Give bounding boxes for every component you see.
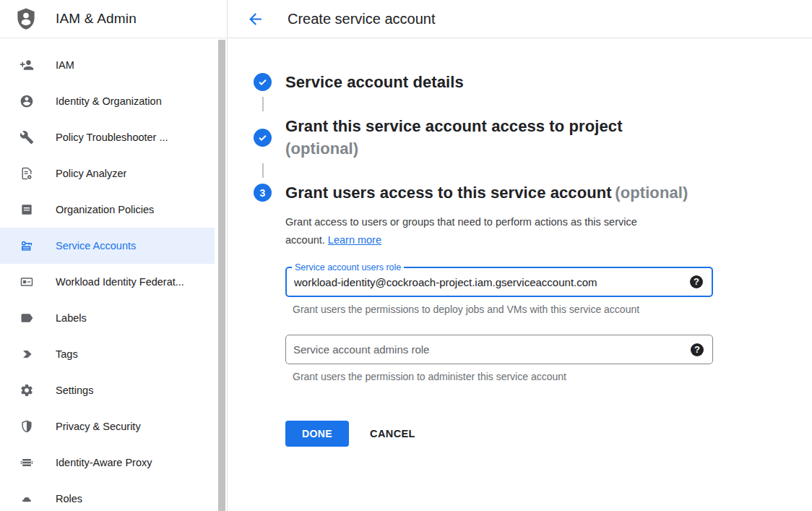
step-3-optional-label: (optional) [615, 184, 688, 202]
learn-more-link[interactable]: Learn more [328, 234, 381, 246]
step-2-check-icon [254, 129, 272, 147]
sidebar-item-policy-troubleshooter[interactable]: Policy Troubleshooter ... [0, 119, 215, 155]
admins-role-helper-text: Grant users the permission to administer… [293, 371, 713, 382]
sidebar-item-identity-organization[interactable]: Identity & Organization [0, 83, 215, 119]
step-connector [262, 97, 264, 111]
main-panel: Create service account Service account d… [228, 0, 812, 511]
users-role-field-box: Service account users role ? [285, 267, 713, 297]
step-3-header[interactable]: 3 Grant users access to this service acc… [254, 181, 812, 204]
sidebar-item-tags[interactable]: Tags [0, 336, 215, 372]
step-3-number: 3 [260, 187, 266, 199]
step-2-header[interactable]: Grant this service account access to pro… [254, 115, 812, 160]
sidebar-item-roles[interactable]: Roles [0, 481, 215, 511]
sidebar-item-privacy-security[interactable]: Privacy & Security [0, 408, 215, 445]
sidebar-item-organization-policies[interactable]: Organization Policies [0, 192, 215, 228]
arrow-back-icon [246, 10, 264, 28]
step-3-panel: Grant access to users or groups that nee… [254, 213, 812, 382]
users-role-helper-text: Grant users the permissions to deploy jo… [293, 304, 713, 315]
step-2-optional-label: (optional) [285, 137, 812, 160]
page-title: Create service account [288, 11, 436, 27]
sidebar-nav: IAM Identity & Organization Policy Troub… [0, 38, 227, 511]
cancel-button[interactable]: CANCEL [370, 428, 415, 439]
step-1-header[interactable]: Service account details [254, 71, 812, 93]
sidebar-item-label: Roles [56, 493, 82, 504]
service-account-key-icon [20, 239, 34, 253]
help-icon[interactable]: ? [691, 343, 704, 356]
sidebar-item-label: Identity & Organization [56, 95, 162, 107]
sidebar-item-iam[interactable]: IAM [0, 47, 215, 83]
workload-identity-card-icon [20, 275, 34, 289]
done-button[interactable]: DONE [285, 421, 349, 447]
sidebar-item-policy-analyzer[interactable]: Policy Analyzer [0, 155, 215, 192]
sidebar-item-label: Service Accounts [56, 240, 136, 252]
person-add-icon [20, 58, 34, 72]
back-button[interactable] [246, 9, 265, 28]
policy-analyzer-doc-icon [20, 166, 34, 181]
sidebar-item-label: Privacy & Security [56, 421, 141, 432]
sidebar-item-label: Labels [56, 312, 87, 324]
sidebar: IAM & Admin IAM Identity & Organization … [0, 0, 228, 511]
admins-role-field-box: ? [285, 335, 713, 364]
sidebar-item-workload-identity-federation[interactable]: Workload Identity Federat... [0, 264, 215, 300]
step-3-actions: DONE CANCEL [254, 421, 812, 447]
shield-half-icon [20, 419, 34, 434]
wrench-icon [20, 130, 34, 145]
help-icon[interactable]: ? [690, 275, 703, 288]
step-1-check-icon [254, 73, 272, 91]
users-role-input[interactable] [287, 268, 712, 296]
admins-role-input[interactable] [286, 335, 712, 364]
sidebar-item-service-accounts[interactable]: Service Accounts [0, 228, 215, 264]
admins-role-field-group: ? Grant users the permission to administ… [285, 335, 713, 382]
sidebar-item-label: Organization Policies [56, 204, 154, 215]
sidebar-item-label: IAM [56, 59, 74, 71]
sidebar-item-label: Workload Identity Federat... [56, 276, 184, 288]
page-topbar: Create service account [228, 0, 812, 38]
identity-person-icon [20, 94, 34, 108]
proxy-grid-icon [20, 455, 34, 470]
tag-arrow-icon [20, 347, 34, 361]
org-policies-list-icon [20, 202, 34, 217]
sidebar-item-label: Policy Analyzer [56, 168, 126, 179]
gear-icon [20, 383, 34, 398]
stepper-content: Service account details Grant this servi… [228, 38, 812, 447]
sidebar-header: IAM & Admin [0, 0, 227, 38]
sidebar-title: IAM & Admin [56, 11, 137, 27]
sidebar-item-settings[interactable]: Settings [0, 372, 215, 408]
sidebar-item-label: Tags [56, 348, 78, 360]
sidebar-item-label: Policy Troubleshooter ... [56, 132, 168, 143]
step-3-description: Grant access to users or groups that nee… [285, 213, 812, 249]
step-3-title: Grant users access to this service accou… [285, 184, 612, 202]
sidebar-item-labels[interactable]: Labels [0, 300, 215, 336]
roles-hat-icon [20, 491, 34, 506]
step-1-title: Service account details [285, 73, 464, 91]
iam-shield-logo-icon [14, 6, 38, 32]
label-tag-icon [20, 311, 34, 325]
sidebar-item-label: Identity-Aware Proxy [56, 457, 152, 468]
step-connector [262, 163, 264, 178]
users-role-field-group: Service account users role ? Grant users… [285, 267, 713, 315]
sidebar-item-identity-aware-proxy[interactable]: Identity-Aware Proxy [0, 445, 215, 481]
sidebar-scrollbar[interactable] [218, 40, 225, 511]
step-3-number-badge: 3 [254, 184, 272, 202]
sidebar-item-label: Settings [56, 385, 93, 396]
step-2-title: Grant this service account access to pro… [285, 115, 812, 137]
